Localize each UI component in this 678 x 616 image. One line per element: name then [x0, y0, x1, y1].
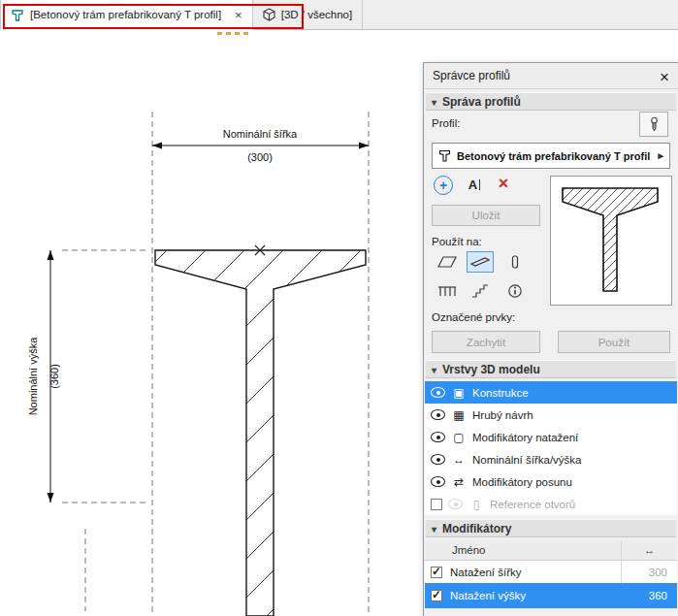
width-dim-value: (300) — [247, 151, 273, 163]
stair-icon — [471, 284, 489, 298]
panel-close-icon[interactable]: × — [660, 65, 669, 90]
column-icon — [509, 254, 521, 270]
width-dim-label: Nominální šířka — [223, 128, 298, 140]
screw-tool-icon — [647, 116, 662, 132]
layer-type-icon: ↔ — [451, 453, 467, 467]
profile-field-label: Profil: — [432, 117, 460, 129]
modifier-value: 300 — [621, 561, 677, 583]
layer-label: Reference otvorů — [490, 499, 575, 510]
layer-type-icon: ▯ — [468, 498, 484, 511]
info-button[interactable] — [501, 280, 529, 302]
layer-label: Nominální šířka/výška — [472, 454, 581, 466]
section-header-manage-profiles[interactable]: Správa profilů — [426, 92, 676, 111]
selected-elements-label: Označené prvky: — [432, 311, 515, 323]
collapse-triangle-icon — [432, 522, 436, 535]
layer-row-hruby-navrh[interactable]: ▦ Hrubý návrh — [425, 404, 677, 426]
tab-label: [Betonový trám prefabrikovaný T profil] — [30, 9, 221, 20]
modifier-checkbox[interactable] — [431, 590, 442, 601]
modifier-value: 360 — [621, 583, 677, 608]
dropdown-arrow-icon: ▸ — [658, 149, 663, 162]
panel-titlebar[interactable]: Správce profilů × — [424, 63, 678, 89]
t-profile-mini-icon — [438, 148, 451, 163]
beam-icon — [470, 256, 490, 268]
layer-list: ▣ Konstrukce ▦ Hrubý návrh ▢ Modifikátor… — [425, 381, 677, 515]
height-dim-label: Nominální výška — [27, 337, 39, 416]
layer-label: Modifikátory posunu — [472, 476, 572, 488]
visibility-eye-icon[interactable] — [431, 409, 445, 420]
modifiers-table: Jméno ↔ Natažení šířky 300 Natažení výšk… — [425, 540, 677, 608]
apply-button[interactable]: Použít — [558, 331, 670, 353]
apply-stair-button[interactable] — [467, 280, 494, 302]
layer-label: Modifikátory natažení — [472, 432, 578, 443]
collapse-triangle-icon — [432, 363, 436, 376]
panel-title: Správce profilů — [424, 69, 510, 82]
layer-row-konstrukce[interactable]: ▣ Konstrukce — [425, 381, 677, 404]
layer-type-icon: ▣ — [451, 386, 467, 400]
delete-profile-button[interactable]: × — [494, 173, 513, 194]
application-window: [Betonový trám prefabrikovaný T profil] … — [0, 0, 678, 616]
profile-editor-icon — [11, 8, 24, 22]
apply-railing-button[interactable] — [434, 280, 461, 302]
3d-window-icon — [263, 8, 275, 21]
modifier-checkbox[interactable] — [431, 567, 442, 578]
visibility-eye-icon[interactable] — [431, 387, 445, 398]
wall-icon — [437, 255, 457, 269]
apply-column-button[interactable] — [501, 251, 529, 273]
visibility-eye-icon[interactable] — [448, 499, 463, 509]
save-button[interactable]: Uložit — [432, 205, 540, 226]
layer-row-modifikatory-posunu[interactable]: ⇄ Modifikátory posunu — [425, 470, 677, 493]
modifier-row-natazeni-sirky[interactable]: Natažení šířky 300 — [425, 561, 677, 583]
dim-arrow-top — [48, 250, 54, 260]
selected-profile-name: Betonový trám prefabrikovaný T profil — [457, 150, 652, 162]
collapse-triangle-icon — [432, 95, 436, 109]
profile-settings-button[interactable] — [639, 112, 668, 137]
layer-label: Konstrukce — [472, 387, 529, 399]
apply-to-label: Použít na: — [432, 236, 482, 247]
section-header-modifiers[interactable]: Modifikátory — [426, 519, 676, 537]
annotation-dashes — [217, 32, 248, 35]
rename-profile-button[interactable]: A — [465, 175, 484, 194]
modifier-label: Natažení šířky — [450, 567, 613, 578]
visibility-eye-icon[interactable] — [431, 476, 445, 487]
dim-arrow-left — [152, 143, 162, 149]
visibility-eye-icon[interactable] — [431, 432, 445, 442]
layer-row-reference-otvoru[interactable]: ▯ Reference otvorů — [425, 493, 677, 515]
apply-wall-button[interactable] — [434, 251, 461, 273]
layer-row-nominalni-sirka-vyska[interactable]: ↔ Nominální šířka/výška — [425, 448, 677, 470]
height-dim-value: (360) — [48, 364, 60, 389]
layer-row-modifikatory-natazeni[interactable]: ▢ Modifikátory natažení — [425, 426, 677, 448]
section-header-3d-layers[interactable]: Vrstvy 3D modelu — [426, 360, 676, 378]
stretch-column-header-icon: ↔ — [621, 540, 677, 560]
modifier-label: Natažení výšky — [450, 590, 613, 601]
apply-beam-button[interactable] — [467, 251, 494, 273]
profile-preview-drawing — [551, 177, 669, 303]
new-profile-button[interactable]: + — [434, 176, 453, 195]
dim-arrow-right — [359, 143, 369, 149]
layer-type-icon: ⇄ — [451, 475, 467, 489]
railing-icon — [437, 284, 457, 298]
tab-close-icon[interactable]: × — [235, 8, 242, 22]
dim-arrow-bottom — [48, 493, 54, 503]
visibility-eye-icon[interactable] — [431, 454, 445, 465]
t-profile-outline[interactable] — [155, 250, 366, 616]
tab-label: [3D / všechno] — [281, 9, 353, 20]
tab-profile-editor[interactable]: [Betonový trám prefabrikovaný T profil] … — [0, 0, 253, 30]
info-icon — [507, 283, 523, 299]
profile-preview — [550, 176, 672, 306]
layer-type-icon: ▦ — [451, 408, 467, 422]
name-column-header: Jméno — [425, 544, 621, 556]
capture-button[interactable]: Zachytit — [432, 331, 540, 353]
profile-manager-panel: Správce profilů × Správa profilů Profil:… — [423, 62, 678, 616]
modifier-row-natazeni-vysky[interactable]: Natažení výšky 360 — [425, 583, 677, 608]
tab-3d-window[interactable]: [3D / všechno] — [253, 0, 364, 29]
modifiers-table-header: Jméno ↔ — [425, 540, 677, 561]
layer-checkbox[interactable] — [431, 499, 442, 510]
layer-type-icon: ▢ — [451, 431, 467, 444]
tab-bar: [Betonový trám prefabrikovaný T profil] … — [0, 0, 678, 30]
layer-label: Hrubý návrh — [472, 409, 533, 421]
profile-dropdown[interactable]: Betonový trám prefabrikovaný T profil ▸ — [432, 143, 670, 169]
